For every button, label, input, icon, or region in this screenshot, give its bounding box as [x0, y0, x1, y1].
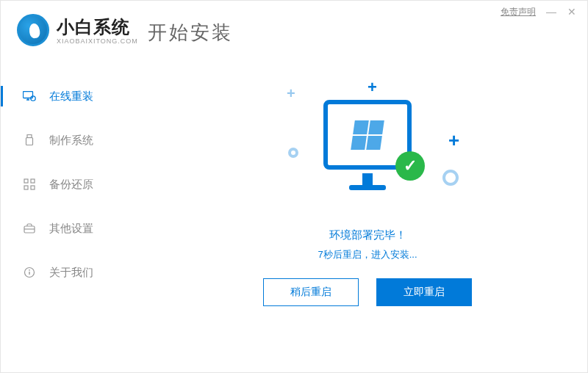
status-message: 环境部署完毕！: [148, 228, 587, 242]
monitor-base: [349, 185, 386, 190]
sidebar-item-backup-restore[interactable]: 备份还原: [1, 162, 133, 206]
plus-icon: +: [368, 78, 377, 97]
sidebar-item-about[interactable]: 关于我们: [1, 250, 133, 294]
monitor-sync-icon: [23, 91, 36, 101]
svg-rect-7: [31, 186, 35, 189]
sidebar-item-online-reinstall[interactable]: 在线重装: [1, 74, 133, 118]
sidebar-item-label: 关于我们: [49, 266, 93, 280]
toolbox-icon: [23, 223, 36, 233]
sidebar-item-other-settings[interactable]: 其他设置: [1, 206, 133, 250]
sidebar-item-label: 制作系统: [49, 134, 93, 148]
sidebar: 在线重装 制作系统 备份还原 其他设置 关于我们: [1, 74, 133, 294]
plus-icon: +: [448, 129, 459, 152]
svg-rect-5: [31, 179, 35, 183]
brand-url: XIAOBAIXITONG.COM: [57, 37, 138, 45]
grid-icon: [23, 178, 36, 190]
close-button[interactable]: ✕: [567, 6, 577, 18]
plus-icon: +: [287, 85, 295, 102]
main-content: + + + ✓ 环境部署完毕！ 7秒后重启，进入安装... 稍后重启 立即重启: [148, 59, 587, 372]
svg-rect-2: [27, 135, 32, 138]
svg-rect-4: [24, 179, 28, 183]
countdown-message: 7秒后重启，进入安装...: [148, 248, 587, 261]
sidebar-item-label: 在线重装: [49, 90, 93, 104]
svg-point-12: [29, 269, 30, 271]
brand-block: 小白系统 XIAOBAIXITONG.COM: [57, 15, 138, 45]
usb-icon: [23, 134, 36, 146]
restart-later-button[interactable]: 稍后重启: [263, 278, 359, 306]
circle-icon: [288, 148, 298, 158]
app-logo: [17, 14, 49, 46]
minimize-button[interactable]: —: [546, 6, 556, 18]
sidebar-item-make-system[interactable]: 制作系统: [1, 118, 133, 162]
sidebar-item-label: 备份还原: [49, 178, 93, 192]
illustration: + + + ✓: [279, 85, 456, 217]
success-check-icon: ✓: [395, 151, 425, 181]
svg-rect-3: [26, 138, 33, 145]
svg-rect-6: [24, 186, 28, 189]
info-icon: [23, 267, 36, 278]
disclaimer-link[interactable]: 免责声明: [501, 6, 536, 18]
windows-flag-icon: [351, 120, 384, 150]
sidebar-item-label: 其他设置: [49, 222, 93, 236]
restart-now-button[interactable]: 立即重启: [376, 278, 472, 306]
brand-name: 小白系统: [57, 15, 138, 39]
circle-icon: [442, 170, 459, 186]
page-title: 开始安装: [148, 20, 233, 46]
